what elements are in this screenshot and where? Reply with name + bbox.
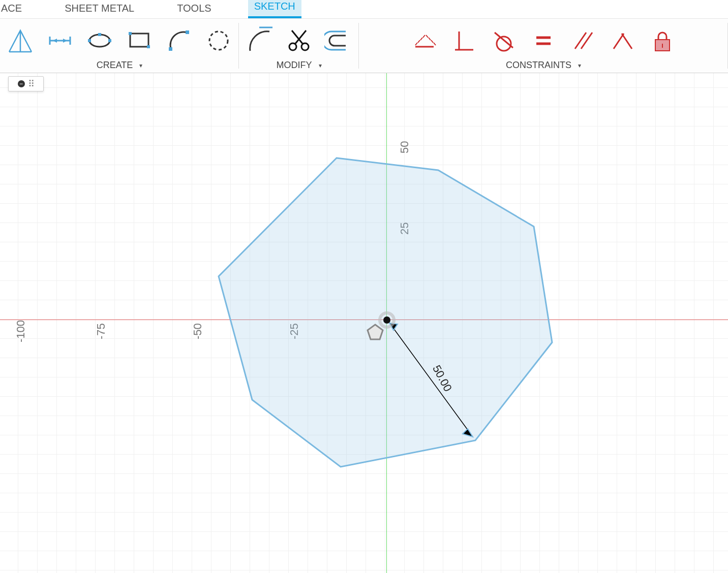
svg-rect-7 bbox=[130, 34, 148, 47]
svg-rect-6 bbox=[98, 33, 101, 36]
arc-tool-icon[interactable] bbox=[164, 25, 194, 56]
visibility-handle-icon: ⠿ bbox=[28, 78, 35, 89]
svg-line-31 bbox=[614, 34, 624, 49]
line-tool-icon[interactable] bbox=[5, 25, 36, 56]
rectangle-tool-icon[interactable] bbox=[124, 25, 155, 56]
svg-rect-5 bbox=[108, 39, 111, 42]
toolbar-group-constraints: CONSTRAINTS bbox=[359, 19, 728, 73]
ellipse-tool-icon[interactable] bbox=[84, 25, 115, 56]
parallel-constraint-icon[interactable] bbox=[568, 25, 598, 56]
constraints-label-text: CONSTRAINTS bbox=[506, 60, 571, 71]
offset-tool-icon[interactable] bbox=[323, 25, 354, 56]
svg-rect-11 bbox=[186, 30, 189, 34]
visibility-minus-icon: − bbox=[18, 80, 25, 87]
circle-tool-icon[interactable] bbox=[203, 25, 234, 56]
fillet-tool-icon[interactable] bbox=[244, 25, 275, 56]
polygon-center-glyph bbox=[366, 323, 384, 341]
svg-rect-4 bbox=[88, 39, 91, 42]
tab-sketch[interactable]: SKETCH bbox=[248, 0, 301, 18]
dimension-tool-icon[interactable] bbox=[45, 25, 75, 56]
trim-tool-icon[interactable] bbox=[284, 25, 314, 56]
svg-marker-39 bbox=[368, 325, 383, 339]
modify-label-text: MODIFY bbox=[276, 60, 312, 71]
svg-point-3 bbox=[89, 35, 110, 47]
tangent-constraint-icon[interactable] bbox=[489, 25, 519, 56]
svg-rect-10 bbox=[169, 47, 172, 51]
svg-marker-2 bbox=[63, 39, 67, 43]
sketch-canvas[interactable]: -100 -75 -50 -25 25 50 50.00 bbox=[0, 73, 728, 573]
svg-line-29 bbox=[575, 33, 586, 49]
svg-line-32 bbox=[622, 34, 632, 49]
tab-tools[interactable]: TOOLS bbox=[171, 1, 217, 18]
horizontal-constraint-icon[interactable] bbox=[409, 25, 440, 56]
modify-dropdown[interactable]: MODIFY bbox=[276, 60, 321, 71]
constraints-dropdown[interactable]: CONSTRAINTS bbox=[506, 60, 581, 71]
tab-surface[interactable]: ACE bbox=[0, 1, 28, 18]
svg-marker-1 bbox=[53, 39, 57, 43]
perpendicular-constraint-icon[interactable] bbox=[449, 25, 479, 56]
equal-constraint-icon[interactable] bbox=[528, 25, 559, 56]
toolbar: CREATE MODIFY bbox=[0, 18, 728, 73]
svg-point-12 bbox=[209, 31, 228, 50]
create-dropdown[interactable]: CREATE bbox=[97, 60, 143, 71]
svg-rect-9 bbox=[147, 45, 150, 48]
coincident-constraint-icon[interactable] bbox=[608, 25, 638, 56]
svg-rect-8 bbox=[129, 32, 132, 35]
svg-line-30 bbox=[581, 33, 592, 49]
tab-sheet-metal[interactable]: SHEET METAL bbox=[58, 1, 140, 18]
visibility-pill[interactable]: − ⠿ bbox=[8, 76, 44, 91]
workspace-tabs: ACE SHEET METAL TOOLS SKETCH bbox=[0, 0, 728, 18]
origin-point[interactable] bbox=[383, 316, 390, 324]
sketch-polygon[interactable] bbox=[0, 73, 728, 573]
lock-constraint-icon[interactable] bbox=[647, 25, 678, 56]
create-label-text: CREATE bbox=[97, 60, 133, 71]
toolbar-group-modify: MODIFY bbox=[239, 19, 359, 73]
toolbar-group-create: CREATE bbox=[0, 19, 239, 73]
